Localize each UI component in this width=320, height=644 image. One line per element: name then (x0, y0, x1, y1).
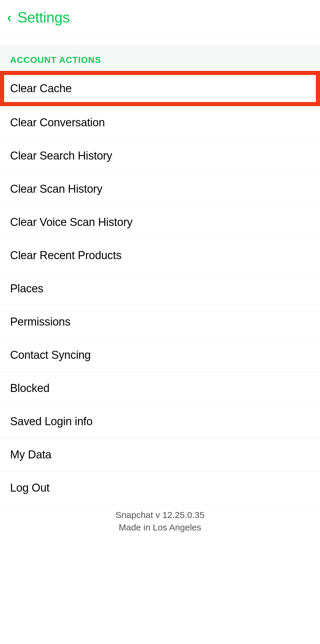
list-item-label: Permissions (10, 315, 71, 328)
list-item-clear-search-history[interactable]: Clear Search History (0, 139, 320, 173)
footer-version: Snapchat v 12.25.0.35 (0, 509, 320, 521)
section-header-label: ACCOUNT ACTIONS (10, 55, 101, 65)
footer: Snapchat v 12.25.0.35 Made in Los Angele… (0, 505, 320, 537)
list-item-label: Saved Login info (10, 415, 92, 428)
back-icon[interactable]: ‹ (7, 11, 12, 24)
list-item-label: Clear Recent Products (10, 249, 121, 262)
list-item-clear-cache[interactable]: Clear Cache (4, 75, 316, 102)
list-item-label: Blocked (10, 382, 49, 395)
list-item-saved-login-info[interactable]: Saved Login info (0, 405, 320, 438)
list-item-label: Places (10, 282, 43, 295)
list-item-label: Clear Scan History (10, 183, 102, 195)
list-item-clear-voice-scan-history[interactable]: Clear Voice Scan History (0, 206, 320, 239)
settings-header: ‹ Settings (0, 0, 320, 35)
section-header-account-actions: ACCOUNT ACTIONS (0, 45, 320, 71)
list-item-label: Log Out (10, 482, 49, 494)
list-item-contact-syncing[interactable]: Contact Syncing (0, 339, 320, 372)
list-item-permissions[interactable]: Permissions (0, 305, 320, 339)
list-item-label: Contact Syncing (10, 349, 91, 361)
list-item-places[interactable]: Places (0, 272, 320, 305)
page-title: Settings (17, 9, 70, 26)
list-item-log-out[interactable]: Log Out (0, 471, 320, 505)
list-item-label: My Data (10, 448, 51, 461)
section-gap (0, 35, 320, 45)
list-item-blocked[interactable]: Blocked (0, 372, 320, 405)
list-item-label: Clear Search History (10, 149, 112, 162)
list-item-clear-conversation[interactable]: Clear Conversation (0, 106, 320, 139)
list-item-label: Clear Cache (10, 82, 72, 95)
list-item-clear-scan-history[interactable]: Clear Scan History (0, 173, 320, 206)
list-item-label: Clear Voice Scan History (10, 216, 132, 229)
list-item-clear-recent-products[interactable]: Clear Recent Products (0, 239, 320, 272)
list-item-my-data[interactable]: My Data (0, 438, 320, 471)
footer-location: Made in Los Angeles (0, 521, 320, 534)
list-item-label: Clear Conversation (10, 116, 105, 129)
highlighted-item-container: Clear Cache (0, 71, 320, 106)
